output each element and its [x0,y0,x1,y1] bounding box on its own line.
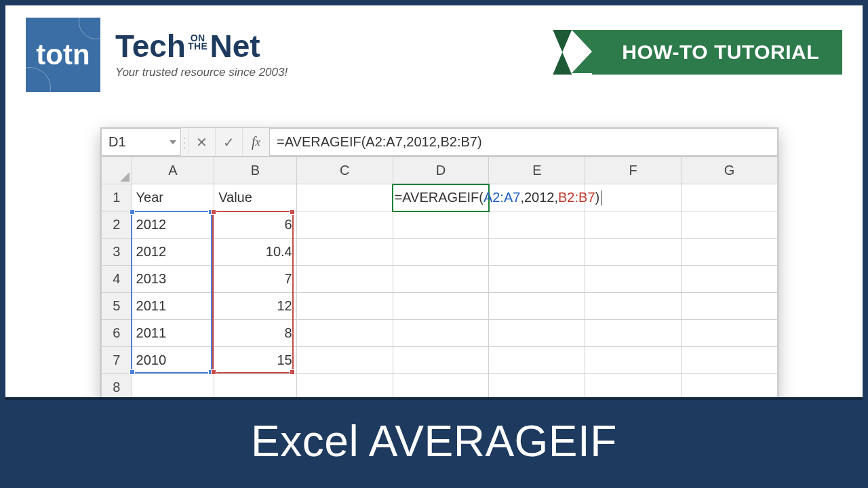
formula-eq: =AVERAGEIF( [395,190,484,205]
brand-mid-bot: THE [188,41,208,52]
tutorial-ribbon: HOW-TO TUTORIAL [592,30,842,75]
formula-bar-row: D1 ⋮ ✕ ✓ fx =AVERAGEIF(A2:A7,2012,B2:B7) [101,128,778,157]
row-header-2[interactable]: 2 [102,211,132,239]
cell-A1[interactable]: Year [132,184,214,211]
row-header-6[interactable]: 6 [102,320,132,347]
cell-D5[interactable] [393,293,489,320]
cell-G6[interactable] [682,320,778,347]
col-header-A[interactable]: A [132,157,214,184]
cell-B3[interactable]: 10.4 [214,239,297,266]
page-title: Excel AVERAGEIF [251,417,617,466]
col-header-G[interactable]: G [682,157,778,184]
formula-bar-text: =AVERAGEIF(A2:A7,2012,B2:B7) [277,134,482,150]
col-header-F[interactable]: F [585,157,682,184]
cell-D2[interactable] [393,211,489,239]
cell-C4[interactable] [296,266,393,293]
formula-criteria: 2012 [524,190,555,205]
cell-E5[interactable] [489,293,585,320]
brand-title: TechONTHENet [115,30,288,62]
cell-G4[interactable] [682,266,778,293]
cell-C7[interactable] [296,347,393,374]
cell-A3[interactable]: 2012 [132,239,214,266]
cell-G2[interactable] [682,211,778,239]
brand-logo-group: totn TechONTHENet Your trusted resource … [26,18,288,92]
cell-E7[interactable] [489,347,585,374]
cell-A5[interactable]: 2011 [132,293,214,320]
spreadsheet-grid[interactable]: A B C D E F G 1 Year Value =AVERAGEIF(A2… [101,157,778,401]
cell-D3[interactable] [393,239,489,266]
cell-B6[interactable]: 8 [214,320,297,347]
brand-word2: Net [210,28,260,64]
row-header-1[interactable]: 1 [102,184,132,211]
cell-D6[interactable] [393,320,489,347]
formula-close: ) [595,190,600,205]
separator: ⋮ [181,128,188,156]
cell-F3[interactable] [585,239,682,266]
formula-ref2: B2:B7 [558,190,595,205]
cell-F6[interactable] [585,320,682,347]
cell-F4[interactable] [585,266,682,293]
cell-A4[interactable]: 2013 [132,266,214,293]
text-caret [601,190,601,205]
cell-F2[interactable] [585,211,682,239]
cell-F7[interactable] [585,347,682,374]
cancel-button[interactable]: ✕ [188,128,215,156]
row-header-4[interactable]: 4 [102,266,132,293]
row-header-7[interactable]: 7 [102,347,132,374]
chevron-down-icon[interactable] [170,140,176,144]
cell-E4[interactable] [489,266,585,293]
cell-G5[interactable] [682,293,778,320]
formula-ref1: A2:A7 [484,190,520,205]
name-box[interactable]: D1 [101,128,181,156]
cell-D7[interactable] [393,347,489,374]
cell-B7[interactable]: 15 [214,347,297,374]
logo-box: totn [26,18,100,92]
cell-D1-active[interactable]: =AVERAGEIF(A2:A7,2012,B2:B7) [393,184,489,211]
cell-A6[interactable]: 2011 [132,320,214,347]
cell-G7[interactable] [682,347,778,374]
excel-screenshot: D1 ⋮ ✕ ✓ fx =AVERAGEIF(A2:A7,2012,B2:B7) [100,127,778,402]
cell-B2[interactable]: 6 [214,211,297,239]
formula-bar-input[interactable]: =AVERAGEIF(A2:A7,2012,B2:B7) [269,128,778,156]
cell-B5[interactable]: 12 [214,293,297,320]
row-header-5[interactable]: 5 [102,293,132,320]
brand-word1: Tech [115,28,186,64]
cell-B4[interactable]: 7 [214,266,297,293]
cell-C3[interactable] [296,239,393,266]
col-header-E[interactable]: E [489,157,585,184]
insert-function-button[interactable]: fx [242,128,269,156]
col-header-B[interactable]: B [214,157,297,184]
cell-C2[interactable] [296,211,393,239]
cell-C6[interactable] [296,320,393,347]
col-header-C[interactable]: C [296,157,393,184]
name-box-value: D1 [108,134,126,150]
row-header-3[interactable]: 3 [102,239,132,266]
page-title-banner: Excel AVERAGEIF [5,397,863,483]
cell-C1[interactable] [296,184,393,211]
cell-E6[interactable] [489,320,585,347]
ribbon-label: HOW-TO TUTORIAL [622,41,819,63]
cell-A7[interactable]: 2010 [132,347,214,374]
cell-C5[interactable] [296,293,393,320]
brand-tagline: Your trusted resource since 2003! [115,66,288,79]
select-all-corner[interactable] [102,157,132,184]
cell-E3[interactable] [489,239,585,266]
cell-G3[interactable] [682,239,778,266]
cell-F5[interactable] [585,293,682,320]
cell-G1[interactable] [682,184,778,211]
col-header-D[interactable]: D [393,157,489,184]
cell-A2[interactable]: 2012 [132,211,214,239]
cell-E2[interactable] [489,211,585,239]
enter-button[interactable]: ✓ [215,128,242,156]
cell-B1[interactable]: Value [214,184,297,211]
logo-short: totn [36,39,90,71]
cell-D4[interactable] [393,266,489,293]
